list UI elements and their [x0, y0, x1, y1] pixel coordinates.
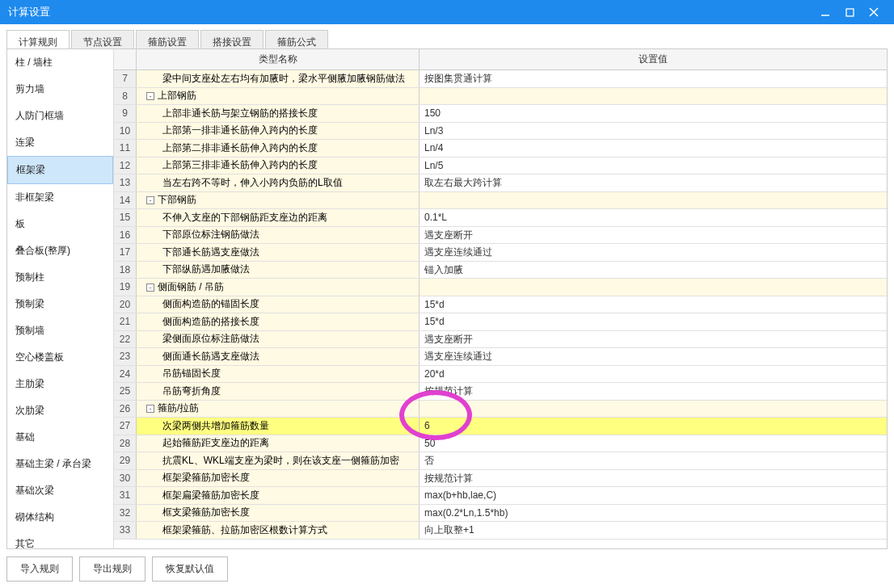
collapse-toggle-icon[interactable]: -: [146, 92, 154, 100]
group-label: 箍筋/拉筋: [158, 402, 199, 414]
row-value[interactable]: Ln/3: [420, 123, 887, 140]
sidebar-item-16[interactable]: 基础次梁: [7, 477, 113, 504]
rule-label: 框架扁梁箍筋加密长度: [140, 487, 259, 504]
row-value[interactable]: 20*d: [420, 366, 887, 383]
table-row[interactable]: 16下部原位标注钢筋做法遇支座断开: [114, 227, 887, 245]
row-value[interactable]: max(b+hb,lae,C): [420, 487, 887, 504]
sidebar-item-9[interactable]: 预制梁: [7, 291, 113, 317]
table-row[interactable]: 31框架扁梁箍筋加密长度max(b+hb,lae,C): [114, 487, 887, 505]
table-row[interactable]: 17下部通长筋遇支座做法遇支座连续通过: [114, 244, 887, 262]
sidebar-item-3[interactable]: 连梁: [7, 129, 113, 156]
rule-label: 侧面构造筋的锚固长度: [140, 296, 259, 313]
table-row[interactable]: 14-下部钢筋: [114, 192, 887, 210]
row-name: 侧面构造筋的锚固长度: [137, 296, 420, 313]
row-number: 9: [114, 105, 137, 122]
sidebar: 柱 / 墙柱剪力墙人防门框墙连梁框架梁非框架梁板叠合板(整厚)预制柱预制梁预制墙…: [7, 49, 114, 548]
sidebar-item-13[interactable]: 次肋梁: [7, 397, 113, 424]
row-value[interactable]: 15*d: [420, 296, 887, 313]
row-name: 上部非通长筋与架立钢筋的搭接长度: [137, 105, 420, 122]
row-number: 15: [114, 209, 137, 226]
row-name: -侧面钢筋 / 吊筋: [137, 279, 420, 296]
minimize-button[interactable]: [813, 0, 837, 24]
restore-defaults-button[interactable]: 恢复默认值: [152, 556, 228, 582]
sidebar-item-2[interactable]: 人防门框墙: [7, 103, 113, 129]
sidebar-item-14[interactable]: 基础: [7, 424, 113, 451]
sidebar-item-18[interactable]: 其它: [7, 531, 113, 548]
table-row[interactable]: 21侧面构造筋的搭接长度15*d: [114, 313, 887, 331]
row-value[interactable]: Ln/4: [420, 140, 887, 157]
sidebar-item-12[interactable]: 主肋梁: [7, 371, 113, 397]
maximize-button[interactable]: [837, 0, 862, 24]
row-number: 24: [114, 366, 137, 383]
table-row[interactable]: 20侧面构造筋的锚固长度15*d: [114, 296, 887, 314]
rule-label: 侧面通长筋遇支座做法: [140, 348, 259, 365]
sidebar-item-8[interactable]: 预制柱: [7, 264, 113, 291]
row-value[interactable]: 否: [420, 452, 887, 469]
sidebar-item-1[interactable]: 剪力墙: [7, 76, 113, 103]
row-value[interactable]: 150: [420, 105, 887, 122]
row-value[interactable]: 50: [420, 435, 887, 452]
row-value[interactable]: max(0.2*Ln,1.5*hb): [420, 505, 887, 522]
row-value[interactable]: 遇支座断开: [420, 331, 887, 348]
row-value[interactable]: Ln/5: [420, 158, 887, 174]
table-row[interactable]: 11上部第二排非通长筋伸入跨内的长度Ln/4: [114, 140, 887, 158]
row-name: 上部第二排非通长筋伸入跨内的长度: [137, 140, 420, 157]
title-bar: 计算设置: [0, 0, 894, 24]
table-row[interactable]: 15不伸入支座的下部钢筋距支座边的距离0.1*L: [114, 209, 887, 227]
table-row[interactable]: 10上部第一排非通长筋伸入跨内的长度Ln/3: [114, 123, 887, 141]
table-row[interactable]: 33框架梁箍筋、拉筋加密区根数计算方式向上取整+1: [114, 522, 887, 540]
row-value[interactable]: 遇支座连续通过: [420, 348, 887, 365]
sidebar-item-17[interactable]: 砌体结构: [7, 504, 113, 531]
row-value[interactable]: 遇支座连续通过: [420, 244, 887, 261]
sidebar-item-7[interactable]: 叠合板(整厚): [7, 237, 113, 264]
table-row[interactable]: 7梁中间支座处左右均有加腋时，梁水平侧腋加腋钢筋做法按图集贯通计算: [114, 70, 887, 88]
sidebar-item-4[interactable]: 框架梁: [7, 156, 113, 184]
table-row[interactable]: 13当左右跨不等时，伸入小跨内负筋的L取值取左右最大跨计算: [114, 174, 887, 192]
row-value[interactable]: 15*d: [420, 313, 887, 330]
row-value[interactable]: 取左右最大跨计算: [420, 174, 887, 191]
table-row[interactable]: 25吊筋弯折角度按规范计算: [114, 383, 887, 401]
table-row[interactable]: 24吊筋锚固长度20*d: [114, 366, 887, 384]
rule-label: 下部通长筋遇支座做法: [140, 244, 259, 261]
sidebar-item-5[interactable]: 非框架梁: [7, 184, 113, 211]
close-icon: [869, 7, 879, 17]
table-row[interactable]: 22梁侧面原位标注筋做法遇支座断开: [114, 331, 887, 349]
table-row[interactable]: 27次梁两侧共增加箍筋数量6: [114, 418, 887, 435]
table-row[interactable]: 28起始箍筋距支座边的距离50: [114, 435, 887, 453]
table-body[interactable]: 7梁中间支座处左右均有加腋时，梁水平侧腋加腋钢筋做法按图集贯通计算8-上部钢筋9…: [114, 70, 887, 548]
sidebar-item-0[interactable]: 柱 / 墙柱: [7, 49, 113, 76]
table-row[interactable]: 30框架梁箍筋加密长度按规范计算: [114, 470, 887, 488]
sidebar-item-6[interactable]: 板: [7, 211, 113, 237]
minimize-icon: [820, 7, 830, 17]
table-row[interactable]: 9上部非通长筋与架立钢筋的搭接长度150: [114, 105, 887, 123]
close-button[interactable]: [862, 0, 886, 24]
table-row[interactable]: 26-箍筋/拉筋: [114, 401, 887, 418]
sidebar-item-15[interactable]: 基础主梁 / 承台梁: [7, 451, 113, 477]
row-value[interactable]: 0.1*L: [420, 209, 887, 226]
sidebar-item-11[interactable]: 空心楼盖板: [7, 344, 113, 371]
table-row[interactable]: 18下部纵筋遇加腋做法锚入加腋: [114, 262, 887, 279]
row-value[interactable]: 按图集贯通计算: [420, 70, 887, 87]
row-value[interactable]: 6: [420, 418, 887, 435]
row-value[interactable]: 向上取整+1: [420, 522, 887, 539]
row-name: 吊筋弯折角度: [137, 383, 420, 400]
row-value[interactable]: 遇支座断开: [420, 227, 887, 244]
row-number: 29: [114, 452, 137, 469]
window-title: 计算设置: [8, 5, 813, 19]
row-value[interactable]: 按规范计算: [420, 470, 887, 487]
row-value[interactable]: 按规范计算: [420, 383, 887, 400]
table-row[interactable]: 19-侧面钢筋 / 吊筋: [114, 279, 887, 296]
row-name: 次梁两侧共增加箍筋数量: [137, 418, 420, 435]
table-row[interactable]: 29抗震KL、WKL端支座为梁时，则在该支座一侧箍筋加密否: [114, 452, 887, 470]
table-row[interactable]: 12上部第三排非通长筋伸入跨内的长度Ln/5: [114, 158, 887, 175]
collapse-toggle-icon[interactable]: -: [146, 284, 154, 292]
row-value[interactable]: 锚入加腋: [420, 262, 887, 279]
table-row[interactable]: 23侧面通长筋遇支座做法遇支座连续通过: [114, 348, 887, 366]
sidebar-item-10[interactable]: 预制墙: [7, 317, 113, 344]
collapse-toggle-icon[interactable]: -: [146, 196, 154, 204]
export-rules-button[interactable]: 导出规则: [79, 556, 145, 582]
collapse-toggle-icon[interactable]: -: [146, 405, 154, 413]
table-row[interactable]: 32框支梁箍筋加密长度max(0.2*Ln,1.5*hb): [114, 505, 887, 523]
import-rules-button[interactable]: 导入规则: [6, 556, 73, 582]
table-row[interactable]: 8-上部钢筋: [114, 88, 887, 106]
